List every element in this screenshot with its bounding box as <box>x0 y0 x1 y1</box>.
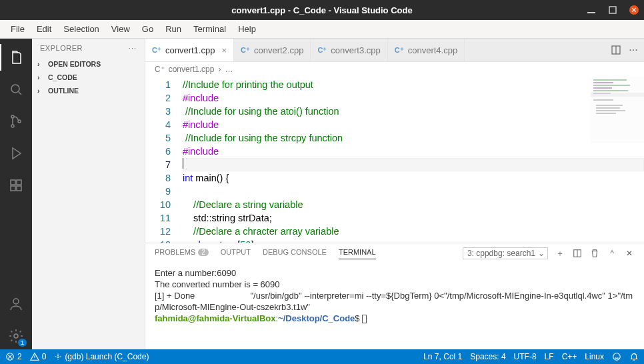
chevron-down-icon: ⌄ <box>538 249 545 258</box>
svg-point-28 <box>57 356 59 358</box>
status-spaces[interactable]: Spaces: 4 <box>470 352 505 361</box>
activity-settings[interactable]: 1 <box>0 323 32 349</box>
svg-point-29 <box>613 353 621 361</box>
chevron-right-icon: › <box>218 65 221 74</box>
svg-rect-0 <box>587 12 595 13</box>
cpp-file-icon: C⁺ <box>317 46 327 55</box>
status-launch[interactable]: (gdb) Launch (C_Code) <box>54 352 149 361</box>
section-folder[interactable]: ›C_CODE <box>32 71 145 84</box>
terminal-cursor <box>362 315 367 323</box>
split-terminal-icon[interactable] <box>572 248 583 259</box>
close-panel-icon[interactable]: ✕ <box>624 248 635 259</box>
code-line: #include <box>183 91 644 105</box>
statusbar: 2 0 (gdb) Launch (C_Code) Ln 7, Col 1 Sp… <box>0 349 644 364</box>
code-line: //Include for printing the output <box>183 78 644 91</box>
menu-selection[interactable]: Selection <box>58 22 104 36</box>
editor-more-icon[interactable]: ··· <box>628 45 639 55</box>
menubar: File Edit Selection View Go Run Terminal… <box>0 20 644 39</box>
activitybar: 1 <box>0 39 32 349</box>
trash-icon[interactable] <box>589 248 600 259</box>
terminal-selector[interactable]: 3: cppdbg: search1 ⌄ <box>463 247 548 259</box>
panel-tab-output[interactable]: OUTPUT <box>221 248 251 259</box>
maximize-icon[interactable] <box>608 5 617 15</box>
code-line <box>183 185 644 198</box>
minimize-icon[interactable] <box>587 5 596 15</box>
chevron-right-icon: › <box>37 73 45 81</box>
code-line <box>183 158 644 171</box>
status-warnings[interactable]: 0 <box>30 352 47 361</box>
cpp-file-icon: C⁺ <box>241 46 250 55</box>
menu-terminal[interactable]: Terminal <box>188 22 231 36</box>
menu-file[interactable]: File <box>5 22 30 36</box>
code-line: std::string strData; <box>183 211 644 225</box>
menu-edit[interactable]: Edit <box>31 22 57 36</box>
terminal-line: The converted number is = 6090 <box>155 279 635 290</box>
code-line: //Include for using the strcpy function <box>183 131 644 145</box>
activity-explorer[interactable] <box>0 44 32 71</box>
window-title: convert1.cpp - C_Code - Visual Studio Co… <box>231 5 412 15</box>
status-os[interactable]: Linux <box>585 352 604 361</box>
activity-scm[interactable] <box>0 108 32 135</box>
menu-run[interactable]: Run <box>160 22 187 36</box>
svg-point-4 <box>11 125 14 127</box>
new-terminal-icon[interactable]: ＋ <box>555 248 565 259</box>
close-tab-icon[interactable]: × <box>221 45 227 55</box>
split-editor-icon[interactable] <box>611 45 621 55</box>
status-eol[interactable]: LF <box>545 352 554 361</box>
chevron-right-icon: › <box>37 60 45 68</box>
tab-convert1-cpp[interactable]: C⁺convert1.cpp× <box>145 39 234 61</box>
terminal-prompt: fahmida@fahmida-VirtualBox:~/Desktop/C_C… <box>155 313 635 324</box>
tab-convert3-cpp[interactable]: C⁺convert3.cpp <box>311 39 387 61</box>
menu-help[interactable]: Help <box>233 22 261 36</box>
svg-point-5 <box>18 120 21 123</box>
bottom-panel: PROBLEMS2OUTPUTDEBUG CONSOLETERMINAL 3: … <box>145 243 644 349</box>
code-editor[interactable]: 1234567891011121314 //Include for printi… <box>145 77 644 243</box>
menu-view[interactable]: View <box>106 22 135 36</box>
explorer-more-icon[interactable]: ··· <box>129 44 137 52</box>
tab-label: convert1.cpp <box>165 45 215 55</box>
tab-label: convert2.cpp <box>254 45 303 55</box>
tab-label: convert3.cpp <box>331 45 380 55</box>
svg-point-10 <box>13 299 19 304</box>
svg-point-11 <box>14 334 18 338</box>
status-position[interactable]: Ln 7, Col 1 <box>423 352 462 361</box>
activity-account[interactable] <box>0 291 32 317</box>
problems-badge: 2 <box>198 249 209 256</box>
explorer-title: EXPLORER <box>40 44 83 52</box>
menu-go[interactable]: Go <box>137 22 159 36</box>
breadcrumb[interactable]: C⁺ convert1.cpp › … <box>145 62 644 77</box>
svg-rect-7 <box>11 186 15 191</box>
code-line: int main() { <box>183 171 644 185</box>
svg-rect-8 <box>17 186 21 191</box>
activity-extensions[interactable] <box>0 172 32 199</box>
status-lang[interactable]: C++ <box>562 352 577 361</box>
tab-convert2-cpp[interactable]: C⁺convert2.cpp <box>234 39 311 61</box>
cpp-file-icon: C⁺ <box>155 65 165 74</box>
activity-search[interactable] <box>0 76 32 103</box>
section-open-editors[interactable]: ›OPEN EDITORS <box>32 57 145 71</box>
svg-rect-1 <box>609 7 616 13</box>
titlebar: convert1.cpp - C_Code - Visual Studio Co… <box>0 0 644 20</box>
settings-badge: 1 <box>18 339 27 347</box>
panel-tab-debug-console[interactable]: DEBUG CONSOLE <box>263 248 327 259</box>
editor-area: C⁺convert1.cpp×C⁺convert2.cppC⁺convert3.… <box>145 39 644 349</box>
svg-point-3 <box>11 115 14 118</box>
activity-debug[interactable] <box>0 140 32 167</box>
terminal-line: [1] + Done "/usr/bin/gdb" --interpreter=… <box>155 290 635 313</box>
terminal-output[interactable]: Enter a number:6090 The converted number… <box>145 263 644 349</box>
svg-rect-6 <box>11 180 15 185</box>
code-line: char strarr[50]; <box>183 238 644 243</box>
maximize-panel-icon[interactable]: ^ <box>607 248 617 259</box>
status-bell-icon[interactable] <box>629 352 639 361</box>
tab-convert4-cpp[interactable]: C⁺convert4.cpp <box>388 39 465 61</box>
section-outline[interactable]: ›OUTLINE <box>32 84 145 97</box>
close-icon[interactable] <box>629 5 639 15</box>
tab-label: convert4.cpp <box>408 45 457 55</box>
status-feedback-icon[interactable] <box>612 352 621 361</box>
panel-tab-terminal[interactable]: TERMINAL <box>339 248 376 259</box>
panel-tab-problems[interactable]: PROBLEMS2 <box>155 248 209 259</box>
svg-rect-9 <box>17 180 21 185</box>
status-errors[interactable]: 2 <box>5 352 22 361</box>
status-encoding[interactable]: UTF-8 <box>514 352 537 361</box>
code-line: //Include for using the atoi() function <box>183 105 644 118</box>
